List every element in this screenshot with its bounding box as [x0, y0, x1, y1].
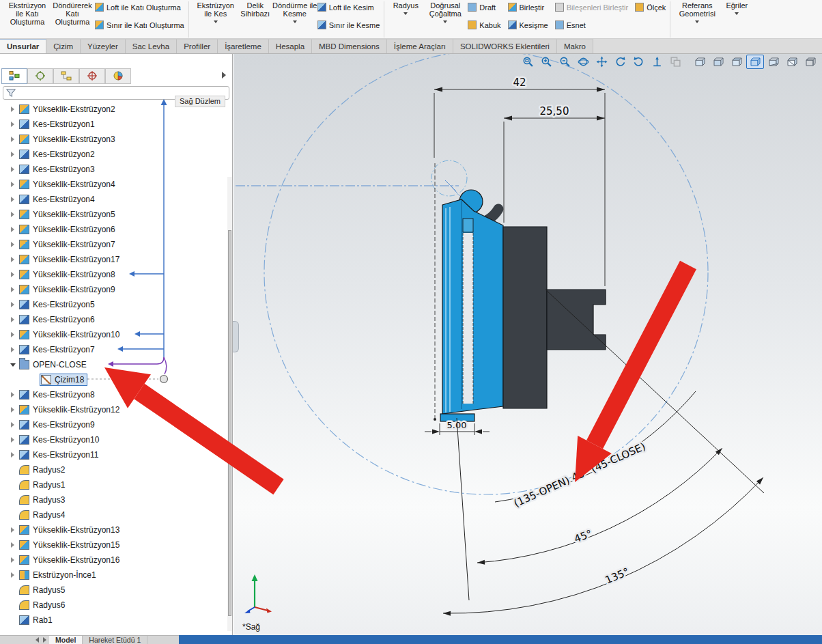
dropdown-caret[interactable] — [735, 12, 739, 15]
expand-caret[interactable] — [10, 391, 18, 399]
cut-extrude-button[interactable]: Ekstrüzyon ile Kes — [193, 0, 238, 37]
tree-item[interactable]: Radyus4 — [0, 507, 232, 522]
tree-item[interactable]: Kes-Ekstrüzyon4 — [0, 192, 232, 207]
expand-caret[interactable] — [10, 406, 18, 414]
expand-caret[interactable] — [10, 316, 18, 324]
tree-item[interactable]: Yükseklik-Ekstrüzyon8 — [0, 267, 232, 282]
view-right-button[interactable] — [746, 55, 764, 69]
tree-item[interactable]: Radyus1 — [0, 477, 232, 492]
command-tab[interactable]: Sac Levha — [126, 39, 177, 53]
rotate-3d-button[interactable] — [574, 55, 592, 69]
view-top-button[interactable] — [728, 55, 746, 69]
expand-caret[interactable] — [10, 616, 18, 624]
tree-item[interactable]: Kes-Ekstrüzyon1 — [0, 117, 232, 132]
expand-caret[interactable] — [10, 120, 18, 128]
curves-button[interactable]: Eğriler — [720, 0, 754, 37]
zoom-in-out-button[interactable] — [556, 55, 573, 69]
flex-button[interactable]: Esnet — [555, 20, 628, 29]
expand-caret[interactable] — [10, 285, 18, 294]
tree-item[interactable]: Yükseklik-Ekstrüzyon10 — [0, 327, 232, 342]
configuration-manager-tab[interactable] — [53, 68, 79, 84]
tree-item[interactable]: Yükseklik-Ekstrüzyon6 — [0, 222, 232, 237]
angle-45-text[interactable]: 45° — [573, 527, 594, 545]
command-tab[interactable]: MBD Dimensions — [312, 39, 387, 53]
tree-item[interactable]: Kes-Ekstrüzyon6 — [0, 312, 232, 327]
reference-geometry-button[interactable]: Referans Geometrisi — [675, 0, 720, 37]
tree-item[interactable]: Kes-Ekstrüzyon11 — [0, 447, 232, 462]
dimension-2550[interactable] — [504, 116, 605, 223]
tree-item[interactable]: Kes-Ekstrüzyon5 — [0, 297, 232, 312]
expand-caret[interactable] — [10, 255, 18, 264]
expand-caret[interactable] — [10, 451, 18, 459]
expand-caret[interactable] — [10, 210, 18, 219]
rotate-cw-button[interactable] — [629, 55, 647, 69]
dropdown-caret[interactable] — [695, 20, 699, 23]
expand-caret[interactable] — [10, 496, 18, 504]
tree-item[interactable]: Kes-Ekstrüzyon2 — [0, 147, 232, 162]
expand-caret[interactable] — [10, 300, 18, 309]
command-tab[interactable]: Makro — [557, 39, 593, 53]
display-manager-tab[interactable] — [105, 68, 131, 84]
tree-item[interactable]: Yükseklik-Ekstrüzyon13 — [0, 522, 232, 537]
tree-item[interactable]: Yükseklik-Ekstrüzyon3 — [0, 132, 232, 147]
dim-2550-text[interactable]: 25,50 — [540, 105, 569, 117]
tab-scroll-left-icon[interactable] — [36, 637, 39, 643]
command-tab[interactable]: Yüzeyler — [81, 39, 126, 53]
expand-caret[interactable] — [10, 346, 18, 354]
expand-caret[interactable] — [10, 105, 18, 113]
expand-caret[interactable] — [10, 135, 18, 143]
tree-item[interactable]: Çizim18 — [0, 372, 232, 387]
boundary-boss-button[interactable]: Sınır ile Katı Oluşturma — [95, 20, 184, 29]
tree-item[interactable]: Yükseklik-Ekstrüzyon5 — [0, 207, 232, 222]
expand-caret[interactable] — [10, 481, 18, 489]
dropdown-caret[interactable] — [293, 20, 297, 23]
tree-scrollbar-thumb[interactable] — [228, 230, 231, 616]
propertymanager-tab[interactable] — [27, 68, 53, 84]
dropdown-caret[interactable] — [443, 20, 447, 23]
expand-caret[interactable] — [10, 270, 18, 279]
expand-caret[interactable] — [10, 421, 18, 429]
dropdown-caret[interactable] — [403, 12, 408, 15]
expand-caret[interactable] — [10, 586, 18, 594]
dropdown-caret[interactable] — [214, 20, 218, 23]
fillet-button[interactable]: Radyus — [388, 0, 423, 37]
command-tab[interactable]: Unsurlar — [0, 39, 46, 53]
command-tab[interactable]: Profiller — [177, 39, 218, 53]
view-left-button[interactable] — [709, 55, 727, 69]
angle-135-text[interactable]: 135° — [604, 565, 631, 587]
expand-caret[interactable] — [10, 195, 18, 204]
expand-caret[interactable] — [10, 165, 18, 173]
command-tab[interactable]: Çizim — [46, 39, 81, 53]
expand-caret[interactable] — [10, 541, 18, 549]
command-tab[interactable]: Hesapla — [269, 39, 312, 53]
tree-item[interactable]: Kes-Ekstrüzyon9 — [0, 417, 232, 432]
tree-item[interactable]: Kes-Ekstrüzyon7 — [0, 342, 232, 357]
tree-item[interactable]: Kes-Ekstrüzyon8 — [0, 387, 232, 402]
expand-caret[interactable] — [10, 466, 18, 474]
revolve-boss-button[interactable]: Döndürerek Katı Oluşturma — [50, 0, 95, 37]
graphics-area[interactable]: 42 25,50 5.00 — [233, 54, 822, 635]
loft-cut-button[interactable]: Loft ile Kesim — [317, 3, 380, 12]
view-bottom-button[interactable] — [765, 55, 782, 69]
model-tab[interactable]: Model — [49, 636, 83, 644]
command-tab[interactable]: İşleme Araçları — [387, 39, 453, 53]
tab-scroll-right-icon[interactable] — [43, 637, 46, 643]
expand-caret[interactable] — [10, 601, 18, 609]
loft-boss-button[interactable]: Loft ile Katı Oluşturma — [95, 3, 184, 12]
expand-caret[interactable] — [10, 240, 18, 249]
expand-caret[interactable] — [10, 331, 18, 339]
tree-item[interactable]: Yükseklik-Ekstrüzyon4 — [0, 177, 232, 192]
tree-item[interactable]: Kes-Ekstrüzyon10 — [0, 432, 232, 447]
command-tab[interactable]: İşaretleme — [218, 39, 269, 53]
expand-caret[interactable] — [10, 511, 18, 519]
tree-item[interactable]: Yükseklik-Ekstrüzyon17 — [0, 252, 232, 267]
tree-item[interactable]: Yükseklik-Ekstrüzyon16 — [0, 552, 232, 568]
tree-item[interactable]: Kes-Ekstrüzyon3 — [0, 162, 232, 177]
intersect-button[interactable]: Kesişme — [508, 20, 548, 29]
zoom-area-button[interactable] — [537, 55, 555, 69]
expand-caret[interactable] — [10, 556, 18, 564]
expand-caret[interactable] — [31, 376, 40, 384]
tree-item[interactable]: Radyus6 — [0, 598, 232, 613]
tree-item[interactable]: Rab1 — [0, 613, 232, 628]
model-gray-bar[interactable] — [503, 227, 547, 408]
